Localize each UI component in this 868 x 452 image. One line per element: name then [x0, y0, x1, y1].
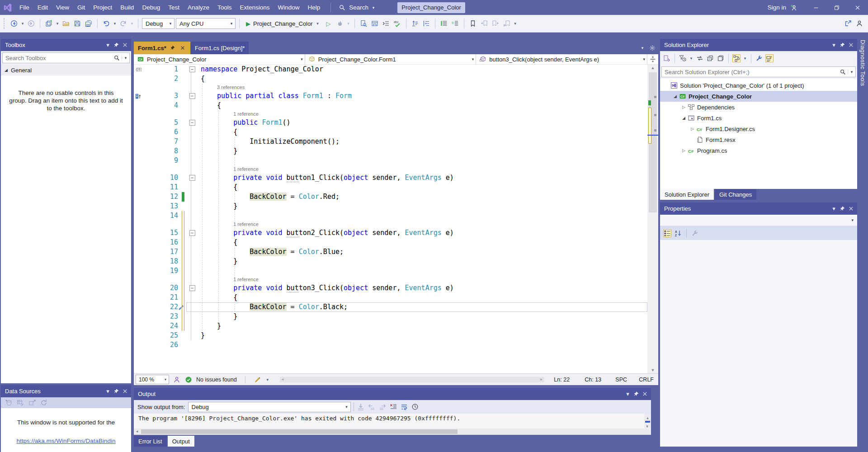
restore-button[interactable]	[826, 0, 847, 15]
fold-collapse-marker[interactable]: −	[186, 91, 198, 101]
solution-explorer-search-input[interactable]	[662, 69, 838, 75]
code-text[interactable]: }	[198, 321, 221, 331]
close-button[interactable]	[847, 0, 868, 15]
code-text[interactable]: {	[198, 101, 221, 110]
timestamp-clock-icon[interactable]	[411, 403, 419, 411]
pin-icon[interactable]	[838, 41, 847, 49]
pin-icon[interactable]	[169, 44, 176, 52]
breadcrumb-project-change-color[interactable]: C#Project_Change_Color▾	[134, 54, 305, 64]
properties-object-combo[interactable]: ▾	[660, 215, 857, 226]
pin-icon[interactable]	[838, 204, 847, 213]
live-share-icon[interactable]	[173, 376, 181, 384]
format-selection-icon[interactable]: 9	[450, 19, 460, 28]
scroll-down-arrow-icon[interactable]: ▼	[646, 424, 648, 428]
collapse-arrow-icon[interactable]: ◢	[680, 116, 688, 120]
start-debugging-button[interactable]: ▶Project_Change_Color▾▷	[243, 18, 334, 29]
data-sources-link[interactable]: https://aka.ms/WinForms/DataBindin	[1, 438, 131, 444]
tree-item-form1-cs[interactable]: ◢Form1.cs	[660, 113, 857, 123]
format-document-icon[interactable]	[439, 19, 449, 28]
new-project-icon[interactable]	[44, 19, 54, 28]
minimize-button[interactable]	[806, 0, 826, 15]
code-text[interactable]: {	[198, 293, 237, 302]
code-text[interactable]: private void button3_Click(object sender…	[198, 283, 454, 293]
codelens-references-link[interactable]: 1 reference	[198, 110, 259, 118]
split-editor-icon[interactable]	[647, 54, 658, 64]
chevron-down-icon[interactable]: ▾	[513, 21, 518, 26]
menu-extensions[interactable]: Extensions	[236, 0, 274, 15]
chevron-down-icon[interactable]: ▾	[20, 21, 25, 26]
alphabetical-sort-icon[interactable]: AZ	[674, 229, 682, 237]
no-issues-check-icon[interactable]	[184, 376, 193, 384]
chevron-down-icon[interactable]: ▾	[848, 70, 855, 74]
navigate-back-icon[interactable]	[9, 19, 19, 28]
refresh-icon[interactable]	[40, 399, 48, 407]
tab-form1-cs-design[interactable]: Form1.cs [Design]*	[191, 42, 249, 54]
code-text[interactable]: private void button1_Click(object sender…	[198, 173, 454, 183]
gear-icon[interactable]	[648, 44, 656, 52]
feedback-icon[interactable]	[854, 19, 864, 28]
zoom-combo[interactable]: 100 %▾	[136, 375, 169, 384]
previous-bookmark-icon[interactable]	[479, 19, 489, 28]
word-wrap-icon[interactable]	[400, 403, 408, 411]
save-all-icon[interactable]	[84, 19, 94, 28]
menu-test[interactable]: Test	[164, 0, 184, 15]
chevron-down-icon[interactable]: ▾	[346, 21, 351, 26]
codelens-references-link[interactable]: 1 reference	[198, 165, 259, 173]
tree-item-form1-resx[interactable]: Form1.resx	[660, 134, 857, 145]
line-ending-status[interactable]: CRLF	[639, 377, 654, 383]
toolbox-header[interactable]: Toolbox ▾	[1, 39, 131, 51]
line-status[interactable]: Ln: 22	[554, 377, 581, 383]
chevron-down-icon[interactable]: ▾	[130, 21, 134, 26]
code-text[interactable]: private void button2_Click(object sender…	[198, 228, 454, 238]
window-position-chevron-icon[interactable]: ▾	[830, 41, 838, 49]
spaces-status[interactable]: SPC	[615, 377, 635, 383]
output-vertical-scrollbar[interactable]: ▲ ▼	[644, 414, 651, 428]
menu-debug[interactable]: Debug	[138, 0, 164, 15]
code-text[interactable]: }	[198, 202, 237, 211]
show-all-files-icon[interactable]	[717, 54, 725, 62]
switch-views-icon[interactable]	[663, 54, 671, 62]
add-data-source-icon[interactable]	[5, 399, 13, 407]
code-text[interactable]: }	[198, 331, 205, 340]
tree-item-project-change-color[interactable]: ◢C#Project_Change_Color	[660, 91, 857, 102]
cursor-position-icon[interactable]	[410, 19, 420, 28]
editor-vertical-scrollbar[interactable]: ▲ ▼	[647, 65, 658, 373]
fold-collapse-marker[interactable]: −	[186, 65, 198, 74]
close-icon[interactable]	[847, 204, 855, 213]
menu-git[interactable]: Git	[73, 0, 89, 15]
pin-icon[interactable]	[112, 387, 121, 396]
code-text[interactable]: BackColor = Color.Black;	[198, 302, 348, 312]
share-icon[interactable]	[843, 19, 853, 28]
window-position-chevron-icon[interactable]: ▾	[623, 390, 632, 398]
fold-collapse-marker[interactable]: −	[186, 118, 198, 127]
scroll-up-arrow-icon[interactable]: ▲	[646, 416, 649, 420]
close-icon[interactable]	[641, 390, 649, 398]
expand-arrow-icon[interactable]: ▷	[689, 127, 696, 131]
output-horizontal-scrollbar[interactable]: ◄	[134, 428, 651, 435]
fold-collapse-marker[interactable]: −	[186, 173, 198, 183]
toolbox-search-input[interactable]	[3, 55, 112, 61]
categorized-view-icon[interactable]	[663, 229, 671, 237]
codelens-references-link[interactable]: 3 references	[198, 84, 245, 91]
code-text[interactable]: InitializeComponent();	[198, 137, 340, 146]
properties-wrench-icon[interactable]	[755, 54, 763, 62]
toolbox-group-general[interactable]: ◢ General	[1, 65, 131, 75]
window-position-chevron-icon[interactable]: ▾	[104, 41, 112, 49]
collapse-all-icon[interactable]	[706, 54, 714, 62]
navigate-list-icon[interactable]	[381, 19, 391, 28]
codelens-references-link[interactable]: 1 reference	[198, 221, 259, 228]
indent-guide-icon[interactable]	[421, 19, 431, 28]
close-icon[interactable]	[179, 44, 186, 52]
menu-build[interactable]: Build	[116, 0, 138, 15]
solution-explorer-search[interactable]: ▾	[661, 66, 856, 77]
output-header[interactable]: Output ▾	[134, 388, 651, 400]
window-position-chevron-icon[interactable]: ▾	[104, 387, 112, 396]
search-button[interactable]: Search ▾	[330, 3, 376, 12]
view-designer-icon[interactable]	[765, 54, 774, 62]
expand-arrow-icon[interactable]: ▷	[680, 105, 688, 109]
toolbar-grip[interactable]	[4, 18, 5, 29]
chevron-down-icon[interactable]: ▾	[689, 56, 693, 61]
chevron-down-icon[interactable]: ▾	[122, 56, 129, 60]
code-text[interactable]: }	[198, 257, 237, 266]
pin-icon[interactable]	[112, 41, 121, 49]
